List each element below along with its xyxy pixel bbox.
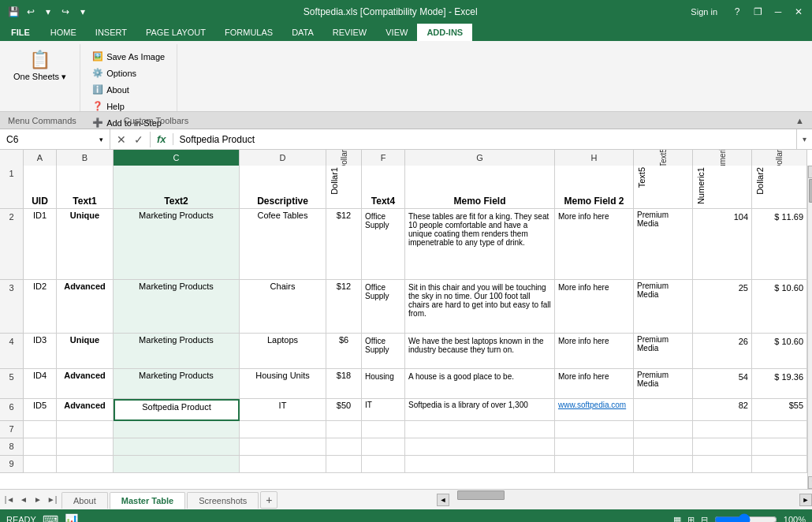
cell-7-K[interactable]	[752, 421, 807, 438]
tab-file[interactable]: FILE	[0, 24, 41, 41]
options-btn[interactable]: ⚙️ Options	[87, 65, 170, 80]
cell-6-E[interactable]: $50	[326, 399, 362, 421]
cell-9-K[interactable]	[752, 456, 807, 473]
row-header-7[interactable]: 7	[0, 421, 24, 438]
row-header-2[interactable]: 2	[0, 209, 24, 280]
name-box-dropdown[interactable]: ▾	[99, 136, 103, 144]
cell-9-G[interactable]	[405, 456, 555, 473]
cell-7-A[interactable]	[24, 421, 57, 438]
cell-6-I[interactable]	[634, 399, 693, 421]
cell-5-E[interactable]: $18	[326, 369, 362, 399]
cell-8-I[interactable]	[634, 438, 693, 456]
cell-5-F[interactable]: Housing	[362, 369, 405, 399]
help-btn[interactable]: ❓ Help	[87, 99, 170, 114]
cell-1-J[interactable]: Numeric1	[693, 166, 752, 209]
cell-2-D[interactable]: Cofee Tables	[240, 209, 326, 280]
cell-4-H[interactable]: More info here	[555, 334, 634, 369]
scroll-up-btn[interactable]: ▲	[808, 166, 813, 178]
scroll-right-btn[interactable]: ►	[799, 494, 812, 506]
cell-8-E[interactable]	[326, 438, 362, 456]
minimize-icon[interactable]: ─	[771, 5, 785, 19]
tab-review[interactable]: REVIEW	[323, 24, 376, 41]
scroll-thumb[interactable]	[809, 179, 812, 203]
cell-1-A[interactable]: UID	[24, 166, 57, 209]
col-header-E[interactable]: Dollar1	[326, 150, 362, 166]
cell-6-G[interactable]: Softpedia is a library of over 1,300	[405, 399, 555, 421]
customize-qat-icon[interactable]: ▾	[76, 5, 90, 19]
col-header-K[interactable]: Dollar2	[752, 150, 807, 166]
row-header-3[interactable]: 3	[0, 280, 24, 334]
col-header-H[interactable]: H	[555, 150, 634, 166]
cell-8-H[interactable]	[555, 438, 634, 456]
cell-2-B[interactable]: Unique	[57, 209, 114, 280]
sheet-tab-master-table[interactable]: Master Table	[110, 492, 185, 509]
cell-7-I[interactable]	[634, 421, 693, 438]
cell-4-C[interactable]: Marketing Products	[114, 334, 240, 369]
cell-3-G[interactable]: Sit in this chair and you will be touchi…	[405, 280, 555, 334]
cell-4-J[interactable]: 26	[693, 334, 752, 369]
cell-9-C[interactable]	[114, 456, 240, 473]
zoom-slider[interactable]	[714, 513, 777, 522]
name-box[interactable]: C6 ▾	[0, 129, 110, 149]
row-header-1[interactable]: 1	[0, 166, 24, 209]
cell-9-A[interactable]	[24, 456, 57, 473]
cell-6-A[interactable]: ID5	[24, 399, 57, 421]
cell-3-B[interactable]: Advanced	[57, 280, 114, 334]
formula-dropdown-btn[interactable]: ▾	[796, 129, 812, 149]
cell-1-C[interactable]: Text2	[114, 166, 240, 209]
onesheets-btn[interactable]: 📋 One Sheets ▾	[6, 46, 73, 86]
cell-4-E[interactable]: $6	[326, 334, 362, 369]
cell-2-E[interactable]: $12	[326, 209, 362, 280]
cell-1-G[interactable]: Memo Field	[405, 166, 555, 209]
cell-5-G[interactable]: A house is a good place to be.	[405, 369, 555, 399]
cell-6-D[interactable]: IT	[240, 399, 326, 421]
view-normal-icon[interactable]: ▦	[673, 515, 681, 523]
tab-page-layout[interactable]: PAGE LAYOUT	[136, 24, 215, 41]
tab-insert[interactable]: INSERT	[86, 24, 136, 41]
cell-3-E[interactable]: $12	[326, 280, 362, 334]
cell-2-I[interactable]: Premium Media	[634, 209, 693, 280]
undo-icon[interactable]: ↩	[24, 5, 38, 19]
scroll-thumb-h[interactable]	[457, 490, 505, 500]
cell-4-I[interactable]: Premium Media	[634, 334, 693, 369]
cell-5-K[interactable]: $ 19.36	[752, 369, 807, 399]
cell-1-D[interactable]: Descriptive	[240, 166, 326, 209]
row-header-6[interactable]: 6	[0, 399, 24, 421]
redo-icon[interactable]: ↪	[58, 5, 73, 19]
help-icon[interactable]: ?	[730, 5, 744, 19]
cell-3-D[interactable]: Chairs	[240, 280, 326, 334]
scroll-down-btn[interactable]: ▼	[808, 476, 813, 489]
cell-8-D[interactable]	[240, 438, 326, 456]
cell-2-A[interactable]: ID1	[24, 209, 57, 280]
cell-2-F[interactable]: Office Supply	[362, 209, 405, 280]
col-header-I[interactable]: Text5	[634, 150, 693, 166]
horizontal-scrollbar[interactable]: ◄ ►	[437, 490, 812, 509]
cell-8-K[interactable]	[752, 438, 807, 456]
cell-1-K[interactable]: Dollar2	[752, 166, 807, 209]
sheet-tab-screenshots[interactable]: Screenshots	[187, 492, 259, 509]
cell-9-F[interactable]	[362, 456, 405, 473]
sheet-tab-about[interactable]: About	[61, 492, 108, 509]
cell-5-H[interactable]: More info here	[555, 369, 634, 399]
cell-6-K[interactable]: $55	[752, 399, 807, 421]
cell-7-F[interactable]	[362, 421, 405, 438]
cell-9-E[interactable]	[326, 456, 362, 473]
view-page-layout-icon[interactable]: ⊞	[687, 515, 695, 523]
cell-1-F[interactable]: Text4	[362, 166, 405, 209]
cell-5-I[interactable]: Premium Media	[634, 369, 693, 399]
cell-3-A[interactable]: ID2	[24, 280, 57, 334]
col-header-B[interactable]: B	[57, 150, 114, 166]
cell-9-I[interactable]	[634, 456, 693, 473]
cell-4-K[interactable]: $ 10.60	[752, 334, 807, 369]
cell-3-F[interactable]: Office Supply	[362, 280, 405, 334]
restore-icon[interactable]: ❐	[751, 5, 765, 19]
tab-formulas[interactable]: FORMULAS	[215, 24, 282, 41]
cell-2-J[interactable]: 104	[693, 209, 752, 280]
scroll-left-btn[interactable]: ◄	[437, 494, 449, 506]
save-icon[interactable]: 💾	[6, 5, 20, 19]
cell-7-G[interactable]	[405, 421, 555, 438]
close-icon[interactable]: ✕	[792, 5, 806, 19]
undo-dropdown-icon[interactable]: ▾	[41, 5, 55, 19]
row-header-4[interactable]: 4	[0, 334, 24, 369]
sheet-last-btn[interactable]: ►|	[46, 494, 58, 506]
